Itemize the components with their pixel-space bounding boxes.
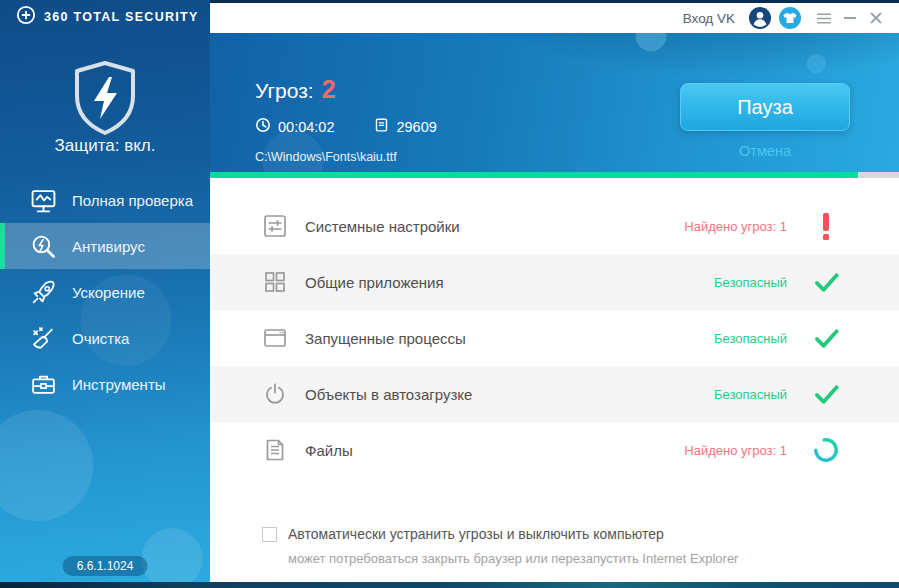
scan-results: Системные настройки Найдено угроз: 1 Общ… xyxy=(210,178,899,582)
app-grid-icon xyxy=(262,269,288,295)
spinner-icon xyxy=(811,436,841,464)
check-icon xyxy=(811,269,841,296)
protection-shield-icon xyxy=(0,60,210,136)
auto-fix-label[interactable]: Автоматически устранить угрозы и выключи… xyxy=(288,526,738,542)
app-window: 360 TOTAL SECURITY Защита: вкл. Полная п… xyxy=(0,0,899,588)
threats-counter: Угроз: 2 xyxy=(255,75,336,104)
sidebar-item-label: Очистка xyxy=(72,330,129,347)
sidebar-item-tools[interactable]: Инструменты xyxy=(0,361,210,407)
category-label: Системные настройки xyxy=(305,218,684,235)
check-icon xyxy=(811,325,841,352)
app-logo: 360 TOTAL SECURITY xyxy=(0,0,199,33)
account-avatar-icon[interactable] xyxy=(749,7,771,29)
category-label: Запущенные процессы xyxy=(305,330,714,347)
sidebar: 360 TOTAL SECURITY Защита: вкл. Полная п… xyxy=(0,0,210,582)
sidebar-item-label: Антивирус xyxy=(72,238,145,255)
scanned-count: 29609 xyxy=(374,117,436,136)
exclamation-icon xyxy=(811,213,841,240)
window-bottom-edge xyxy=(0,582,899,588)
power-icon xyxy=(262,381,288,407)
titlebar: Вход VK xyxy=(210,0,899,33)
threats-label: Угроз: xyxy=(255,79,314,103)
protection-status: Защита: вкл. xyxy=(0,136,210,156)
sidebar-item-full-check[interactable]: Полная проверка xyxy=(0,177,210,223)
window-icon xyxy=(262,325,288,351)
check-icon xyxy=(811,381,841,408)
antivirus-magnifier-icon xyxy=(30,233,57,260)
clock-icon xyxy=(255,117,271,136)
close-button[interactable] xyxy=(865,7,887,29)
row-running-processes[interactable]: Запущенные процессы Безопасный xyxy=(210,310,899,366)
category-status: Безопасный xyxy=(714,387,787,402)
scan-meta: 00:04:02 29609 xyxy=(255,117,437,136)
sidebar-item-antivirus[interactable]: Антивирус xyxy=(0,223,210,269)
sidebar-item-label: Полная проверка xyxy=(72,192,193,209)
row-startup-items[interactable]: Объекты в автозагрузке Безопасный xyxy=(210,366,899,422)
category-status: Найдено угроз: 1 xyxy=(684,219,787,234)
pause-button[interactable]: Пауза xyxy=(680,83,850,131)
file-icon xyxy=(262,437,288,463)
row-common-apps[interactable]: Общие приложения Безопасный xyxy=(210,254,899,310)
category-label: Объекты в автозагрузке xyxy=(305,386,714,403)
selected-accent-bar xyxy=(0,223,5,269)
category-status: Безопасный xyxy=(714,275,787,290)
sliders-icon xyxy=(262,213,288,239)
rocket-icon xyxy=(30,279,57,306)
logo-icon xyxy=(16,5,36,29)
sidebar-item-label: Инструменты xyxy=(72,376,166,393)
scan-category-list: Системные настройки Найдено угроз: 1 Общ… xyxy=(210,178,899,478)
report-icon xyxy=(374,117,389,136)
category-label: Общие приложения xyxy=(305,274,714,291)
row-system-settings[interactable]: Системные настройки Найдено угроз: 1 xyxy=(210,198,899,254)
threats-count: 2 xyxy=(322,75,336,104)
sidebar-item-cleanup[interactable]: Очистка xyxy=(0,315,210,361)
minimize-button[interactable] xyxy=(839,7,861,29)
cancel-link[interactable]: Отмена xyxy=(680,143,850,159)
row-files[interactable]: Файлы Найдено угроз: 1 xyxy=(210,422,899,478)
sidebar-item-speedup[interactable]: Ускорение xyxy=(0,269,210,315)
current-scan-path: C:\Windows\Fonts\kaiu.ttf xyxy=(255,150,397,164)
sidebar-menu: Полная проверка Антивирус Ускорение xyxy=(0,177,210,407)
toolbox-icon xyxy=(30,371,57,398)
auto-fix-note: может потребоваться закрыть браузер или … xyxy=(288,551,738,566)
main-menu-icon[interactable] xyxy=(813,7,835,29)
logo-text: 360 TOTAL SECURITY xyxy=(44,10,199,24)
version-badge: 6.6.1.1024 xyxy=(63,556,148,576)
category-label: Файлы xyxy=(305,442,684,459)
login-vk-link[interactable]: Вход VK xyxy=(683,11,735,26)
broom-icon xyxy=(30,325,57,352)
sidebar-item-label: Ускорение xyxy=(72,284,145,301)
elapsed-time: 00:04:02 xyxy=(255,117,334,136)
theme-skin-icon[interactable] xyxy=(779,7,801,29)
auto-fix-checkbox[interactable] xyxy=(262,527,277,542)
monitor-scan-icon xyxy=(30,187,57,214)
scan-header: Угроз: 2 00:04:02 29609 C:\Windows\Fonts… xyxy=(210,33,899,172)
auto-fix-option: Автоматически устранить угрозы и выключи… xyxy=(262,526,738,566)
category-status: Найдено угроз: 1 xyxy=(684,443,787,458)
category-status: Безопасный xyxy=(714,331,787,346)
